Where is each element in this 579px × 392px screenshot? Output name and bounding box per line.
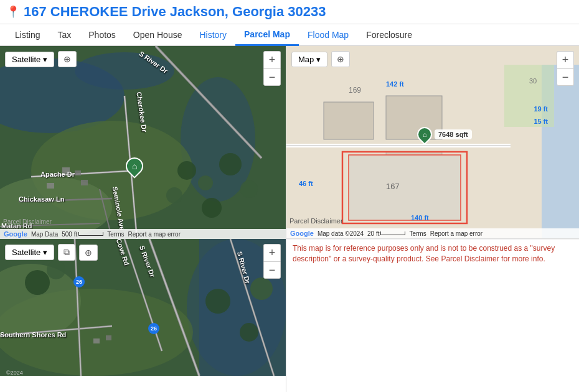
area-marker: ⌂ 7648 sqft bbox=[417, 127, 472, 142]
svg-point-23 bbox=[202, 198, 222, 218]
home-marker: ⌂ bbox=[125, 155, 144, 177]
google-logo-right: Google bbox=[290, 230, 314, 237]
svg-rect-56 bbox=[349, 155, 461, 220]
bottom-zoom-out-btn[interactable]: − bbox=[263, 261, 281, 279]
tab-flood-map[interactable]: Flood Map bbox=[299, 25, 357, 45]
locate-btn[interactable]: ⊕ bbox=[58, 51, 77, 67]
parcel-map[interactable]: 167 169 30 142 ft 19 ft 15 ft 140 ft 46 … bbox=[286, 46, 579, 239]
svg-point-42 bbox=[47, 261, 65, 279]
map-footer-right: Google Map data ©2024 20 ft Terms Report… bbox=[286, 228, 579, 238]
svg-point-19 bbox=[177, 161, 196, 180]
left-column: ©2024 S River Dr Apache Dr Chickasaw Ln … bbox=[0, 46, 286, 392]
report-error-link[interactable]: Report a map error bbox=[128, 231, 181, 238]
map-data-label: Map Data bbox=[31, 231, 58, 238]
svg-point-43 bbox=[205, 289, 230, 314]
svg-point-44 bbox=[250, 278, 273, 300]
measurement-right-top: 19 ft bbox=[534, 105, 548, 113]
bottom-satellite-toggle-btn[interactable]: Satellite ▾ bbox=[5, 245, 54, 260]
zoom-controls-left: + − bbox=[263, 51, 281, 86]
tab-tax[interactable]: Tax bbox=[49, 25, 80, 45]
map-type-toggle-btn[interactable]: Map ▾ bbox=[291, 52, 327, 67]
scale-line bbox=[78, 232, 103, 236]
right-zoom-out-btn[interactable]: − bbox=[557, 68, 574, 86]
svg-rect-47 bbox=[106, 335, 111, 340]
right-zoom-in-btn[interactable]: + bbox=[557, 51, 574, 68]
measurement-right-bottom: 15 ft bbox=[534, 118, 548, 125]
parcel-info-text: This map is for reference purposes only … bbox=[286, 239, 579, 268]
road-label-southern-shores: Southern Shores Rd bbox=[0, 331, 66, 338]
tab-parcel-map[interactable]: Parcel Map bbox=[235, 24, 299, 46]
map-type-label: Map bbox=[298, 55, 314, 64]
google-logo: Google bbox=[4, 230, 27, 238]
satellite-map[interactable]: ©2024 S River Dr Apache Dr Chickasaw Ln … bbox=[0, 46, 286, 239]
svg-rect-46 bbox=[93, 338, 100, 343]
map-footer-left: Google Map Data 500 ft Terms Report a ma… bbox=[0, 229, 286, 239]
right-column: 167 169 30 142 ft 19 ft 15 ft 140 ft 46 … bbox=[286, 46, 579, 392]
scale-label: 500 ft bbox=[62, 231, 77, 238]
tab-listing[interactable]: Listing bbox=[6, 25, 49, 45]
area-label: 7648 sqft bbox=[435, 129, 472, 139]
measurement-bottom: 140 ft bbox=[411, 214, 429, 222]
satellite-label: Satellite bbox=[12, 55, 40, 64]
map-data-right: Map data ©2024 bbox=[318, 230, 364, 237]
parcel-disclaimer-right[interactable]: Parcel Disclaimer bbox=[290, 217, 343, 225]
page-header: 📍 167 CHEROKEE Drive Jackson, Georgia 30… bbox=[0, 0, 579, 24]
svg-text:169: 169 bbox=[349, 86, 361, 95]
bottom-zoom-in-btn[interactable]: + bbox=[263, 244, 281, 261]
route-circle-26-right: 26 bbox=[148, 323, 159, 334]
main-content: ©2024 S River Dr Apache Dr Chickasaw Ln … bbox=[0, 46, 579, 392]
tab-photos[interactable]: Photos bbox=[80, 25, 125, 45]
svg-rect-18 bbox=[81, 180, 88, 185]
svg-point-21 bbox=[219, 153, 242, 175]
bottom-dropdown-arrow: ▾ bbox=[43, 248, 47, 257]
scale-bar: 500 ft bbox=[62, 231, 103, 238]
parcel-svg: 167 169 30 bbox=[286, 65, 579, 239]
tab-history[interactable]: History bbox=[191, 25, 235, 45]
terms-link-right[interactable]: Terms bbox=[409, 230, 426, 237]
svg-text:©2024: ©2024 bbox=[6, 370, 23, 376]
dropdown-arrow: ▾ bbox=[43, 55, 47, 64]
bottom-satellite-label: Satellite bbox=[12, 248, 40, 257]
parcel-disclaimer-left[interactable]: Parcel Disclaimer bbox=[3, 218, 52, 225]
svg-point-24 bbox=[166, 187, 182, 203]
svg-text:167: 167 bbox=[386, 182, 400, 191]
svg-rect-52 bbox=[324, 102, 374, 139]
bottom-layers-btn[interactable]: ⧉ bbox=[58, 244, 75, 261]
bottom-locate-btn[interactable]: ⊕ bbox=[79, 245, 98, 261]
road-label-apache-dr: Apache Dr bbox=[40, 170, 75, 178]
svg-point-45 bbox=[240, 323, 258, 342]
tab-open-house[interactable]: Open House bbox=[125, 25, 191, 45]
terms-link[interactable]: Terms bbox=[107, 231, 124, 238]
svg-text:30: 30 bbox=[529, 77, 537, 85]
location-icon: 📍 bbox=[6, 5, 20, 19]
scale-label-right: 20 ft bbox=[367, 230, 379, 237]
scale-line-right bbox=[380, 231, 405, 235]
right-map-controls: Map ▾ ⊕ bbox=[291, 51, 350, 67]
flood-satellite-map[interactable]: ©2024 S River Dr Cove Rd S River Dr Sout… bbox=[0, 239, 286, 392]
svg-point-22 bbox=[240, 180, 258, 198]
svg-rect-16 bbox=[75, 170, 81, 175]
nav-tabs: Listing Tax Photos Open House History Pa… bbox=[0, 24, 579, 46]
svg-point-20 bbox=[198, 175, 213, 190]
route-circle-26-left: 26 bbox=[73, 276, 85, 287]
parcel-disclaimer-link[interactable]: Parcel Disclaimer bbox=[290, 217, 343, 225]
svg-rect-17 bbox=[47, 183, 54, 189]
map-dropdown-arrow: ▾ bbox=[316, 55, 321, 64]
home-icon: ⌂ bbox=[132, 161, 137, 171]
road-label-chickasaw-ln: Chickasaw Ln bbox=[19, 195, 64, 203]
satellite-toggle-btn[interactable]: Satellite ▾ bbox=[5, 52, 54, 67]
right-locate-btn[interactable]: ⊕ bbox=[331, 51, 350, 67]
zoom-out-btn[interactable]: − bbox=[263, 68, 281, 86]
map-controls-top-left: Satellite ▾ ⊕ bbox=[5, 51, 77, 67]
scale-bar-right: 20 ft bbox=[367, 230, 405, 237]
svg-point-41 bbox=[25, 270, 50, 295]
bottom-map-controls: Satellite ▾ ⧉ ⊕ bbox=[5, 244, 98, 261]
zoom-in-btn[interactable]: + bbox=[263, 51, 281, 68]
report-error-link-right[interactable]: Report a map error bbox=[430, 230, 482, 237]
parcel-icon: ⌂ bbox=[423, 131, 427, 138]
parcel-marker: ⌂ bbox=[417, 127, 432, 142]
measurement-top: 142 ft bbox=[386, 80, 404, 88]
right-zoom-controls: + − bbox=[557, 51, 574, 86]
page-title: 167 CHEROKEE Drive Jackson, Georgia 3023… bbox=[24, 4, 326, 20]
tab-foreclosure[interactable]: Foreclosure bbox=[357, 25, 421, 45]
